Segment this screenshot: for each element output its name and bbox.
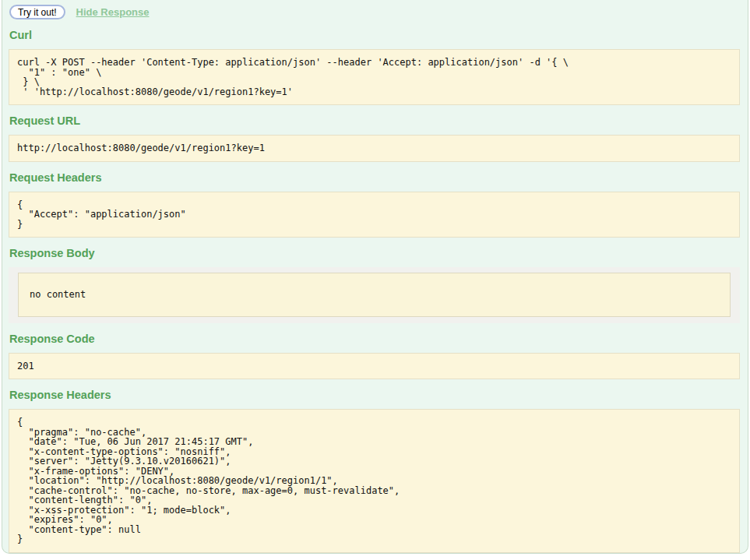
response-code-heading: Response Code (9, 333, 740, 345)
response-headers-block: { "pragma": "no-cache", "date": "Tue, 06… (9, 409, 740, 553)
response-body-container: no content (9, 267, 740, 323)
try-it-out-button[interactable]: Try it out! (9, 5, 65, 19)
operation-response-panel: Try it out! Hide Response Curl curl -X P… (2, 0, 748, 554)
request-url-block: http://localhost:8080/geode/v1/region1?k… (9, 135, 740, 162)
curl-heading: Curl (9, 30, 740, 41)
request-headers-block: { "Accept": "application/json" } (9, 192, 740, 238)
request-url-heading: Request URL (9, 115, 740, 127)
response-headers-heading: Response Headers (9, 389, 740, 401)
request-headers-heading: Request Headers (9, 172, 740, 184)
response-body-heading: Response Body (9, 248, 740, 259)
curl-command-block: curl -X POST --header 'Content-Type: app… (9, 49, 740, 105)
response-code-block: 201 (9, 353, 740, 380)
response-body-block: no content (18, 273, 731, 317)
sandbox-actions-row: Try it out! Hide Response (9, 2, 740, 19)
hide-response-link[interactable]: Hide Response (76, 6, 150, 18)
